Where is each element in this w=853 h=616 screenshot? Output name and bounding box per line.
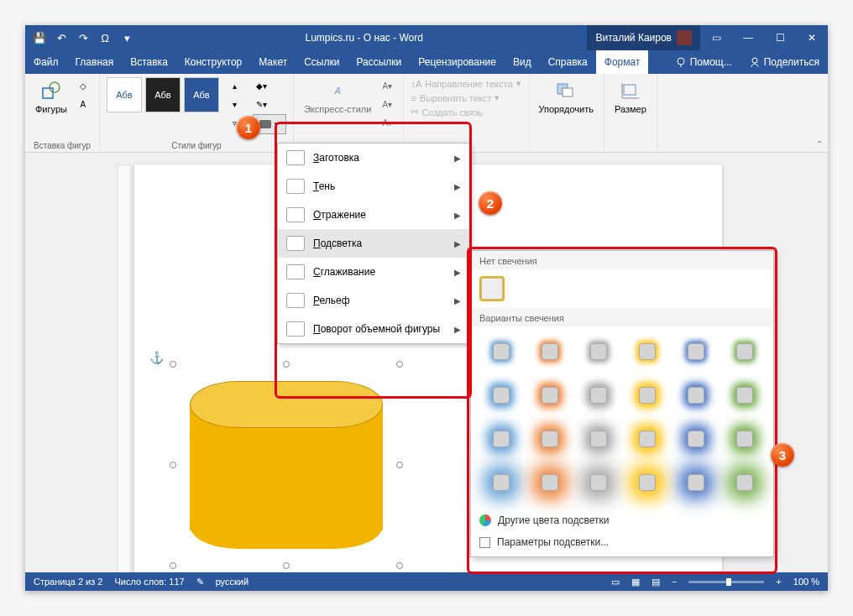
glow-swatch[interactable] bbox=[726, 378, 763, 412]
collapse-ribbon-icon[interactable]: ⌃ bbox=[816, 139, 823, 149]
close-icon[interactable]: ✕ bbox=[796, 25, 828, 50]
tab-layout[interactable]: Макет bbox=[250, 50, 296, 74]
glow-swatch[interactable] bbox=[629, 378, 666, 412]
glow-swatch[interactable] bbox=[531, 378, 568, 412]
save-icon[interactable]: 💾 bbox=[32, 30, 47, 45]
menu-item-glow[interactable]: Подсветка▶ bbox=[278, 229, 469, 258]
zoom-level[interactable]: 100 % bbox=[793, 577, 819, 587]
glow-options[interactable]: Параметры подсветки... bbox=[471, 531, 773, 553]
tab-format[interactable]: Формат bbox=[596, 50, 649, 74]
glow-swatch[interactable] bbox=[531, 422, 568, 456]
share-button[interactable]: Поделиться bbox=[740, 50, 828, 74]
tab-review[interactable]: Рецензирование bbox=[410, 50, 505, 74]
tell-me-button[interactable]: Помощ... bbox=[667, 50, 740, 74]
glow-swatch[interactable] bbox=[629, 466, 666, 499]
glow-swatch[interactable] bbox=[629, 335, 666, 368]
tab-insert[interactable]: Вставка bbox=[122, 50, 176, 74]
resize-handle[interactable] bbox=[283, 562, 290, 569]
menu-item-softedge[interactable]: Сглаживание▶ bbox=[278, 258, 469, 286]
tab-file[interactable]: Файл bbox=[25, 50, 67, 74]
menu-item-rotate3d[interactable]: Поворот объемной фигуры▶ bbox=[278, 315, 469, 343]
glow-swatch[interactable] bbox=[629, 422, 666, 456]
text-fill-icon[interactable]: A▾ bbox=[378, 77, 396, 94]
glow-swatch[interactable] bbox=[483, 466, 520, 499]
language-indicator[interactable]: русский bbox=[216, 577, 249, 587]
resize-handle[interactable] bbox=[170, 462, 176, 468]
text-direction-button[interactable]: ↕AНаправление текста▾ bbox=[411, 77, 521, 90]
more-glow-colors[interactable]: Другие цвета подсветки bbox=[471, 509, 773, 531]
zoom-in-icon[interactable]: + bbox=[776, 577, 781, 587]
text-box-icon[interactable]: A bbox=[74, 96, 92, 112]
tab-view[interactable]: Вид bbox=[505, 50, 540, 74]
zoom-out-icon[interactable]: − bbox=[672, 577, 677, 587]
glow-swatch[interactable] bbox=[483, 378, 520, 412]
edit-shape-icon[interactable]: ◇ bbox=[74, 77, 92, 94]
glow-swatch[interactable] bbox=[483, 335, 520, 368]
menu-item-shadow[interactable]: Тень▶ bbox=[278, 172, 469, 201]
minimize-icon[interactable]: — bbox=[732, 25, 764, 50]
view-read-icon[interactable]: ▭ bbox=[611, 577, 620, 587]
page-indicator[interactable]: Страница 2 из 2 bbox=[34, 577, 102, 587]
create-link-button[interactable]: ⚯Создать связь bbox=[411, 106, 521, 118]
resize-handle[interactable] bbox=[396, 562, 403, 569]
symbol-icon[interactable]: Ω bbox=[97, 30, 113, 45]
tab-help[interactable]: Справка bbox=[540, 50, 596, 74]
tab-home[interactable]: Главная bbox=[67, 50, 123, 74]
menu-item-preset[interactable]: Заготовка▶ bbox=[278, 144, 469, 172]
glow-swatch[interactable] bbox=[531, 466, 568, 499]
shapes-button[interactable]: Фигуры bbox=[32, 77, 71, 116]
view-web-icon[interactable]: ▤ bbox=[652, 577, 660, 587]
glow-swatch[interactable] bbox=[726, 335, 763, 368]
glow-swatch[interactable] bbox=[678, 378, 714, 412]
shape-outline-icon[interactable]: ✎▾ bbox=[253, 96, 271, 112]
glow-swatch[interactable] bbox=[678, 466, 714, 499]
glow-swatch[interactable] bbox=[580, 466, 617, 499]
text-outline-icon[interactable]: A▾ bbox=[378, 96, 396, 112]
style-swatch-2[interactable]: Абв bbox=[145, 77, 181, 112]
glow-swatch[interactable] bbox=[678, 335, 714, 368]
glow-swatch[interactable] bbox=[580, 422, 617, 456]
style-gallery-more-icon[interactable]: ▿ bbox=[226, 114, 244, 131]
resize-handle[interactable] bbox=[283, 361, 290, 368]
size-button[interactable]: Размер bbox=[611, 77, 650, 116]
zoom-slider[interactable] bbox=[688, 581, 764, 583]
resize-handle[interactable] bbox=[396, 462, 403, 468]
glow-swatch[interactable] bbox=[580, 335, 617, 368]
style-swatch-1[interactable]: Абв bbox=[107, 77, 142, 112]
undo-icon[interactable]: ↶ bbox=[54, 30, 69, 45]
resize-handle[interactable] bbox=[396, 361, 403, 368]
glow-swatch[interactable] bbox=[531, 335, 568, 368]
word-count[interactable]: Число слов: 117 bbox=[114, 577, 184, 587]
style-swatch-3[interactable]: Абв bbox=[184, 77, 219, 112]
selected-shape[interactable] bbox=[173, 364, 400, 566]
user-account[interactable]: Виталий Каиров bbox=[587, 25, 700, 50]
glow-swatch[interactable] bbox=[580, 378, 617, 412]
maximize-icon[interactable]: ☐ bbox=[764, 25, 796, 50]
qat-dropdown-icon[interactable]: ▾ bbox=[119, 30, 134, 45]
resize-handle[interactable] bbox=[170, 562, 176, 569]
glow-swatch[interactable] bbox=[726, 422, 763, 456]
tab-references[interactable]: Ссылки bbox=[296, 50, 348, 74]
view-print-icon[interactable]: ▦ bbox=[631, 577, 640, 587]
align-text-button[interactable]: ≡Выровнять текст▾ bbox=[411, 91, 521, 104]
style-gallery-down-icon[interactable]: ▾ bbox=[226, 96, 244, 112]
no-glow-swatch[interactable] bbox=[479, 276, 505, 301]
style-gallery-up-icon[interactable]: ▴ bbox=[226, 77, 244, 94]
tab-mailings[interactable]: Рассылки bbox=[348, 50, 410, 74]
shape-effects-button[interactable]: ▼ bbox=[253, 114, 286, 134]
glow-swatch[interactable] bbox=[483, 422, 520, 456]
wordart-styles-button[interactable]: A Экспресс-стили bbox=[301, 77, 374, 116]
arrange-button[interactable]: Упорядочить bbox=[536, 77, 597, 116]
menu-item-reflection[interactable]: Отражение▶ bbox=[278, 201, 469, 229]
menu-item-bevel[interactable]: Рельеф▶ bbox=[278, 286, 469, 315]
tab-design[interactable]: Конструктор bbox=[176, 50, 250, 74]
resize-handle[interactable] bbox=[170, 361, 176, 368]
redo-icon[interactable]: ↷ bbox=[76, 30, 91, 45]
cylinder-shape[interactable] bbox=[190, 381, 383, 549]
ribbon-options-icon[interactable]: ▭ bbox=[700, 25, 732, 50]
glow-swatch[interactable] bbox=[678, 422, 714, 456]
text-effects-icon[interactable]: A▾ bbox=[378, 114, 396, 131]
shape-fill-icon[interactable]: ◆▾ bbox=[253, 77, 271, 94]
glow-swatch[interactable] bbox=[726, 466, 763, 499]
spellcheck-icon[interactable]: ✎ bbox=[196, 577, 204, 587]
